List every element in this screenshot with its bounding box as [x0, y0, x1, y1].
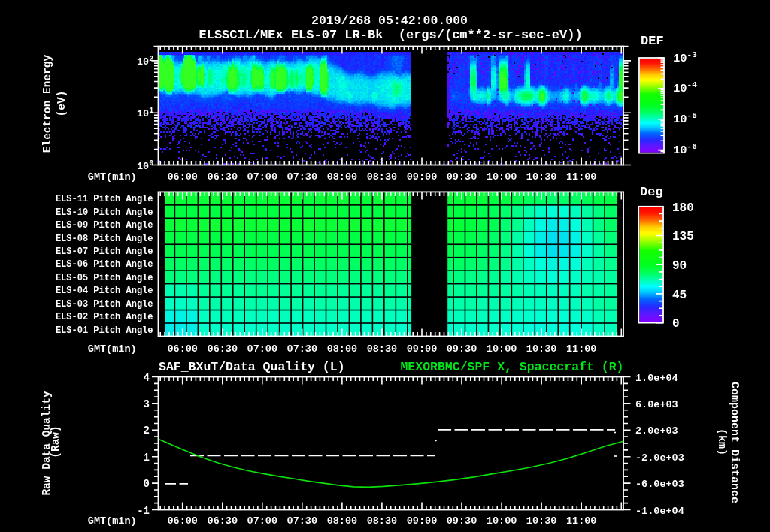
svg-text:06:30: 06:30 — [208, 171, 238, 183]
svg-text:ELS-09 Pitch Angle: ELS-09 Pitch Angle — [56, 220, 153, 231]
svg-text:101: 101 — [137, 107, 153, 119]
svg-text:09:00: 09:00 — [407, 343, 438, 355]
svg-text:1.0e+04: 1.0e+04 — [635, 373, 678, 384]
svg-text:ELS-02 Pitch Angle: ELS-02 Pitch Angle — [56, 312, 153, 322]
svg-text:-1: -1 — [137, 505, 150, 517]
svg-text:06:30: 06:30 — [208, 343, 238, 355]
svg-text:Deg: Deg — [640, 185, 663, 199]
svg-text:DEF: DEF — [641, 34, 664, 48]
svg-text:10:30: 10:30 — [526, 171, 557, 183]
svg-text:ELSSCIL/MEx ELS-07 LR-Bk (erg: ELSSCIL/MEx ELS-07 LR-Bk (ergs/(cm**2-sr… — [199, 28, 583, 42]
svg-text:Component Distance: Component Distance — [728, 382, 741, 503]
svg-text:08:30: 08:30 — [367, 171, 398, 183]
svg-text:11:00: 11:00 — [566, 343, 597, 355]
svg-text:07:00: 07:00 — [247, 343, 278, 355]
svg-text:08:00: 08:00 — [327, 171, 358, 183]
svg-text:07:00: 07:00 — [247, 171, 278, 183]
svg-text:ELS-08 Pitch Angle: ELS-08 Pitch Angle — [56, 234, 153, 244]
svg-text:6.0e+03: 6.0e+03 — [635, 399, 678, 410]
svg-text:08:00: 08:00 — [327, 515, 358, 527]
svg-text:0: 0 — [144, 478, 150, 490]
svg-text:45: 45 — [672, 289, 687, 302]
svg-text:09:30: 09:30 — [447, 171, 477, 183]
svg-text:100: 100 — [137, 159, 153, 172]
svg-text:10:00: 10:00 — [487, 343, 517, 355]
svg-text:ELS-10 Pitch Angle: ELS-10 Pitch Angle — [56, 207, 153, 218]
svg-text:09:30: 09:30 — [447, 343, 477, 355]
svg-text:11:00: 11:00 — [566, 171, 597, 183]
svg-text:10:30: 10:30 — [526, 343, 557, 355]
svg-text:ELS-01 Pitch Angle: ELS-01 Pitch Angle — [56, 325, 153, 336]
svg-text:102: 102 — [137, 55, 153, 68]
svg-text:(Raw): (Raw) — [50, 425, 62, 458]
svg-text:07:00: 07:00 — [247, 515, 278, 527]
svg-text:ELS-03 Pitch Angle: ELS-03 Pitch Angle — [56, 299, 153, 310]
svg-text:-6.0e+03: -6.0e+03 — [635, 479, 684, 490]
svg-text:(eV): (eV) — [56, 91, 68, 117]
svg-text:08:00: 08:00 — [327, 343, 358, 355]
svg-text:1: 1 — [144, 452, 150, 464]
svg-text:10:00: 10:00 — [487, 171, 517, 183]
svg-text:Electron Energy: Electron Energy — [41, 54, 53, 153]
svg-text:3: 3 — [144, 398, 150, 410]
svg-text:07:30: 07:30 — [287, 171, 318, 183]
svg-text:10:30: 10:30 — [526, 515, 557, 527]
svg-text:135: 135 — [672, 230, 694, 243]
svg-text:07:30: 07:30 — [287, 515, 318, 527]
svg-text:90: 90 — [672, 259, 687, 273]
svg-text:09:00: 09:00 — [407, 515, 438, 527]
svg-text:06:00: 06:00 — [167, 515, 198, 527]
svg-text:06:00: 06:00 — [167, 343, 198, 355]
svg-text:08:30: 08:30 — [367, 343, 398, 355]
svg-text:GMT(min): GMT(min) — [88, 171, 137, 183]
svg-text:10-6: 10-6 — [673, 142, 697, 157]
svg-text:09:30: 09:30 — [447, 515, 477, 527]
svg-text:09:00: 09:00 — [407, 171, 438, 183]
svg-text:2019/268 05:42:00.000: 2019/268 05:42:00.000 — [311, 14, 468, 28]
svg-text:4: 4 — [144, 372, 150, 384]
svg-text:06:00: 06:00 — [167, 171, 198, 183]
svg-text:GMT(min): GMT(min) — [88, 343, 137, 355]
svg-text:10-3: 10-3 — [673, 50, 697, 65]
svg-text:ELS-07 Pitch Angle: ELS-07 Pitch Angle — [56, 246, 153, 257]
svg-text:-1.0e+04: -1.0e+04 — [635, 506, 684, 517]
svg-text:06:30: 06:30 — [208, 515, 238, 527]
svg-text:GMT(min): GMT(min) — [88, 515, 137, 527]
svg-text:10-4: 10-4 — [673, 80, 697, 95]
svg-text:10:00: 10:00 — [487, 515, 517, 527]
svg-text:10-5: 10-5 — [673, 111, 697, 126]
svg-text:MEXORBMC/SPF X, Spacecraft (R): MEXORBMC/SPF X, Spacecraft (R) — [400, 360, 623, 374]
svg-text:-2.0e+03: -2.0e+03 — [635, 452, 684, 464]
svg-text:11:00: 11:00 — [566, 515, 597, 527]
svg-text:ELS-06 Pitch Angle: ELS-06 Pitch Angle — [56, 259, 153, 270]
svg-text:07:30: 07:30 — [287, 343, 318, 355]
svg-text:2: 2 — [144, 425, 150, 437]
svg-text:SAF_BXuT/Data Quality (L): SAF_BXuT/Data Quality (L) — [159, 360, 345, 374]
svg-text:0: 0 — [672, 317, 680, 331]
svg-text:ELS-04 Pitch Angle: ELS-04 Pitch Angle — [56, 286, 153, 296]
svg-text:ELS-11 Pitch Angle: ELS-11 Pitch Angle — [56, 194, 153, 204]
svg-text:180: 180 — [672, 201, 694, 215]
svg-text:2.0e+03: 2.0e+03 — [635, 425, 678, 437]
svg-text:ELS-05 Pitch Angle: ELS-05 Pitch Angle — [56, 273, 153, 283]
svg-text:08:30: 08:30 — [367, 515, 398, 527]
svg-text:(km): (km) — [715, 428, 728, 455]
